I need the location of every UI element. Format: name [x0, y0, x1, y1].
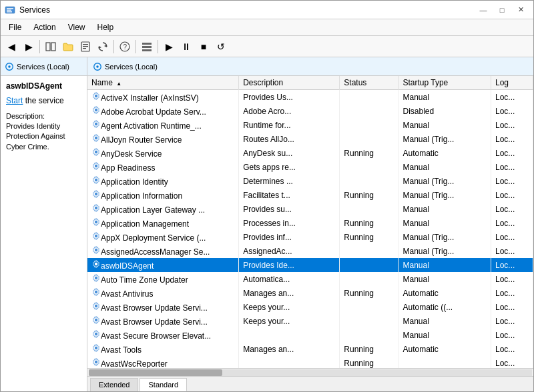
cell-startup: Manual	[398, 272, 491, 286]
table-row[interactable]: Application InformationFacilitates t...R…	[87, 188, 533, 202]
col-header-log[interactable]: Log	[491, 76, 533, 90]
cell-startup: Manual	[398, 202, 491, 216]
horizontal-scrollbar[interactable]	[87, 368, 533, 376]
close-button[interactable]: ✕	[512, 3, 529, 17]
svg-rect-9	[83, 48, 86, 49]
cell-log: Loc...	[491, 356, 533, 368]
table-row[interactable]: App ReadinessGets apps re...ManualLoc...	[87, 160, 533, 174]
col-header-name[interactable]: Name ▲	[87, 76, 239, 90]
start-service-link[interactable]: Start	[6, 96, 23, 105]
forward-button[interactable]: ▶	[21, 39, 37, 55]
table-row[interactable]: Agent Activation Runtime_...Runtime for.…	[87, 118, 533, 132]
menu-item-help[interactable]: Help	[92, 21, 119, 34]
table-row[interactable]: Application ManagementProcesses in...Run…	[87, 216, 533, 230]
window-controls: — □ ✕	[475, 3, 529, 17]
svg-rect-14	[142, 43, 152, 45]
cell-desc: Manages an...	[239, 286, 340, 300]
tab-extended[interactable]: Extended	[90, 378, 138, 391]
cell-log: Loc...	[491, 230, 533, 244]
services-list: Name ▲ Description Status Startup Type L…	[87, 76, 533, 368]
table-row[interactable]: Avast AntivirusManages an...RunningAutom…	[87, 286, 533, 300]
toolbar-separator-3	[136, 40, 136, 53]
sidebar-content: aswbIDSAgent Start the service Descripti…	[1, 76, 87, 157]
cell-desc: Processes in...	[239, 216, 340, 230]
menu-item-file[interactable]: File	[3, 21, 27, 34]
cell-name: Application Management	[87, 216, 239, 230]
cell-log: Loc...	[491, 118, 533, 132]
cell-log: Loc...	[491, 202, 533, 216]
menu-item-action[interactable]: Action	[28, 21, 61, 34]
table-row[interactable]: Auto Time Zone UpdaterAutomatica...Manua…	[87, 272, 533, 286]
table-row[interactable]: aswbIDSAgentProvides Ide...ManualLoc...	[87, 258, 533, 272]
col-header-startup[interactable]: Startup Type	[398, 76, 491, 90]
scrollbar-thumb[interactable]	[89, 369, 222, 376]
scrollbar-track[interactable]	[89, 369, 532, 376]
cell-name: Avast Secure Browser Elevat...	[87, 328, 239, 342]
table-row[interactable]: AvastWscReporterRunningLoc...	[87, 356, 533, 368]
cell-startup: Automatic	[398, 342, 491, 356]
stop-button[interactable]: ■	[196, 39, 212, 55]
list-view-icon	[142, 41, 152, 52]
table-row[interactable]: Application IdentityDetermines ...Manual…	[87, 174, 533, 188]
cell-startup: Manual (Trig...	[398, 188, 491, 202]
cell-startup: Automatic	[398, 286, 491, 300]
restart-button[interactable]: ↺	[213, 39, 229, 55]
service-gear-icon	[91, 133, 101, 143]
service-gear-icon	[91, 175, 101, 185]
menu-item-view[interactable]: View	[63, 21, 91, 34]
cell-startup: Disabled	[398, 104, 491, 118]
help-icon: ?	[119, 41, 130, 52]
cell-startup: Manual	[398, 118, 491, 132]
maximize-button[interactable]: □	[493, 3, 511, 17]
cell-status: Running	[340, 286, 398, 300]
table-row[interactable]: Avast Browser Update Servi...Keeps your.…	[87, 300, 533, 314]
cell-log: Loc...	[491, 90, 533, 105]
table-row[interactable]: ActiveX Installer (AxInstSV)Provides Us.…	[87, 90, 533, 105]
table-row[interactable]: Avast Browser Update Servi...Keeps your.…	[87, 314, 533, 328]
table-row[interactable]: Avast Secure Browser Elevat...ManualLoc.…	[87, 328, 533, 342]
cell-desc: Facilitates t...	[239, 188, 340, 202]
pause-button[interactable]: ⏸	[178, 39, 194, 55]
sort-arrow-name: ▲	[116, 81, 121, 87]
col-header-status[interactable]: Status	[340, 76, 398, 90]
cell-log: Loc...	[491, 188, 533, 202]
play-button[interactable]: ▶	[161, 39, 177, 55]
back-button[interactable]: ◀	[3, 39, 19, 55]
table-row[interactable]: AppX Deployment Service (...Provides inf…	[87, 230, 533, 244]
window-title: Services	[19, 5, 50, 15]
cell-name: AnyDesk Service	[87, 146, 239, 160]
folder-button[interactable]	[60, 39, 76, 55]
minimize-button[interactable]: —	[475, 3, 492, 17]
cell-log: Loc...	[491, 160, 533, 174]
cell-name: Avast Tools	[87, 342, 239, 356]
cell-status	[340, 244, 398, 258]
service-gear-icon	[91, 301, 101, 311]
tab-standard[interactable]: Standard	[140, 378, 187, 391]
help-button[interactable]: ?	[117, 39, 133, 55]
content-header-label: Services (Local)	[105, 63, 158, 71]
svg-rect-16	[142, 49, 152, 51]
svg-point-37	[95, 319, 97, 321]
refresh-button[interactable]	[95, 39, 111, 55]
show-hide-button[interactable]	[43, 39, 59, 55]
col-header-desc[interactable]: Description	[239, 76, 340, 90]
properties-button[interactable]	[77, 39, 93, 55]
cell-name: Avast Browser Update Servi...	[87, 314, 239, 328]
cell-status	[340, 202, 398, 216]
table-row[interactable]: AssignedAccessManager Se...AssignedAc...…	[87, 244, 533, 258]
table-row[interactable]: Avast ToolsManages an...RunningAutomatic…	[87, 342, 533, 356]
table-row[interactable]: Adobe Acrobat Update Serv...Adobe Acro..…	[87, 104, 533, 118]
table-row[interactable]: Application Layer Gateway ...Provides su…	[87, 202, 533, 216]
toolbar-separator-4	[158, 40, 158, 53]
cell-status	[340, 90, 398, 105]
service-gear-icon	[91, 287, 101, 297]
table-row[interactable]: AllJoyn Router ServiceRoutes AllJo...Man…	[87, 132, 533, 146]
content-header: Services (Local)	[87, 57, 533, 76]
svg-point-30	[95, 221, 97, 223]
table-row[interactable]: AnyDesk ServiceAnyDesk su...RunningAutom…	[87, 146, 533, 160]
service-gear-icon	[91, 315, 101, 325]
services-table[interactable]: Name ▲ Description Status Startup Type L…	[87, 76, 533, 368]
cell-name: AssignedAccessManager Se...	[87, 244, 239, 258]
cell-name: Agent Activation Runtime_...	[87, 118, 239, 132]
list-view-button[interactable]	[139, 39, 155, 55]
